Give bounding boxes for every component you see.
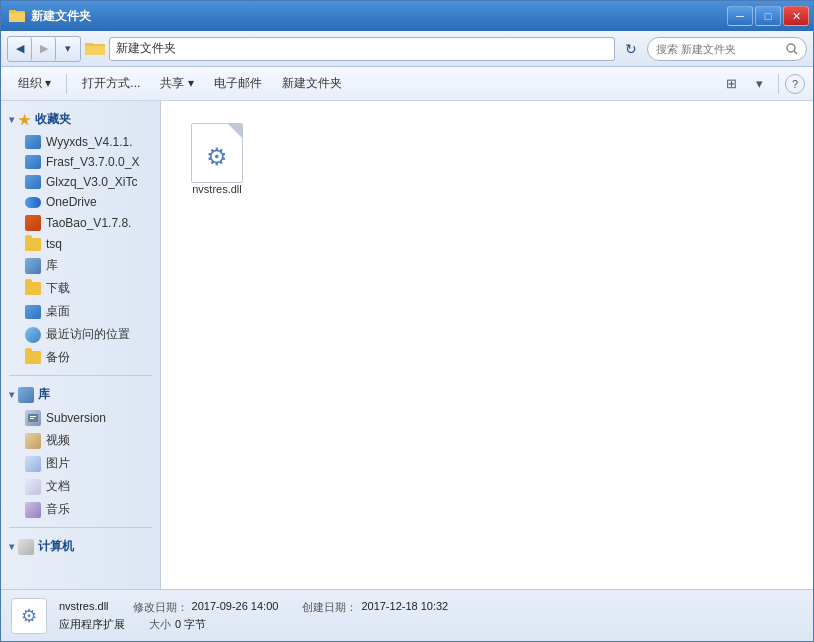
email-button[interactable]: 电子邮件	[205, 71, 271, 97]
folder-icon-backup	[25, 351, 41, 364]
sidebar-item-label: Subversion	[46, 411, 106, 425]
status-modified: 修改日期： 2017-09-26 14:00	[133, 600, 279, 615]
new-folder-button[interactable]: 新建文件夹	[273, 71, 351, 97]
sidebar-item-doc[interactable]: 文档	[1, 475, 160, 498]
status-bar: ⚙ nvstres.dll 修改日期： 2017-09-26 14:00 创建日…	[1, 589, 813, 641]
sidebar-item-download[interactable]: 下载	[1, 277, 160, 300]
nav-buttons: ◀ ▶ ▾	[7, 36, 81, 62]
view-icons-button[interactable]: ⊞	[718, 71, 744, 97]
open-button[interactable]: 打开方式...	[73, 71, 149, 97]
sidebar-item-wyy[interactable]: Wyyxds_V4.1.1.	[1, 132, 160, 152]
toolbar-separator-2	[778, 74, 779, 94]
bookmarks-icon-1	[25, 135, 41, 149]
maximize-button[interactable]: □	[755, 6, 781, 26]
status-modified-value: 2017-09-26 14:00	[192, 600, 279, 615]
library-icon	[18, 387, 34, 403]
address-path[interactable]: 新建文件夹	[109, 37, 615, 61]
sidebar-item-video[interactable]: 视频	[1, 429, 160, 452]
status-created: 创建日期： 2017-12-18 10:32	[302, 600, 448, 615]
svg-rect-10	[30, 418, 34, 419]
music-icon	[25, 502, 41, 518]
sidebar-item-image[interactable]: 图片	[1, 452, 160, 475]
toolbar-separator-1	[66, 74, 67, 94]
library-header[interactable]: ▾ 库	[1, 382, 160, 407]
organize-button[interactable]: 组织 ▾	[9, 71, 60, 97]
folder-icon-download	[25, 282, 41, 295]
video-icon	[25, 433, 41, 449]
sidebar-item-music[interactable]: 音乐	[1, 498, 160, 521]
sidebar-item-recent[interactable]: 最近访问的位置	[1, 323, 160, 346]
forward-button[interactable]: ▶	[32, 37, 56, 61]
sidebar-divider-1	[9, 375, 152, 376]
computer-label: 计算机	[38, 538, 74, 555]
sidebar-item-label: 桌面	[46, 303, 70, 320]
file-item-nvstres[interactable]: ⚙ nvstres.dll	[177, 117, 257, 201]
share-button[interactable]: 共享 ▾	[151, 71, 202, 97]
sidebar-item-desktop[interactable]: 桌面	[1, 300, 160, 323]
close-button[interactable]: ✕	[783, 6, 809, 26]
status-filename: nvstres.dll	[59, 600, 109, 615]
minimize-button[interactable]: ─	[727, 6, 753, 26]
favorites-header[interactable]: ▾ ★ 收藏夹	[1, 107, 160, 132]
svg-point-6	[787, 44, 795, 52]
status-gear-icon: ⚙	[21, 605, 37, 627]
library-label: 库	[38, 386, 50, 403]
sidebar-item-label: TaoBao_V1.7.8.	[46, 216, 131, 230]
folder-address-icon	[85, 41, 105, 57]
sidebar-item-label: 最近访问的位置	[46, 326, 130, 343]
computer-arrow-icon: ▾	[9, 541, 14, 552]
bookmarks-icon-3	[25, 175, 41, 189]
window-title: 新建文件夹	[31, 8, 91, 25]
computer-header[interactable]: ▾ 计算机	[1, 534, 160, 559]
sidebar-item-subversion[interactable]: Subversion	[1, 407, 160, 429]
dll-file-icon: ⚙	[191, 123, 243, 183]
sidebar-item-label: tsq	[46, 237, 62, 251]
search-input[interactable]	[656, 43, 782, 55]
back-button[interactable]: ◀	[8, 37, 32, 61]
desktop-icon	[25, 305, 41, 319]
view-dropdown-button[interactable]: ▾	[746, 71, 772, 97]
svg-rect-5	[85, 46, 105, 55]
sidebar-item-onedrive[interactable]: OneDrive	[1, 192, 160, 212]
sidebar-item-backup[interactable]: 备份	[1, 346, 160, 369]
bookmarks-icon-2	[25, 155, 41, 169]
sidebar-item-label: Glxzq_V3.0_XiTc	[46, 175, 137, 189]
file-name-label: nvstres.dll	[192, 183, 242, 195]
svg-rect-9	[30, 416, 36, 417]
status-created-value: 2017-12-18 10:32	[361, 600, 448, 615]
computer-icon	[18, 539, 34, 555]
dropdown-button[interactable]: ▾	[56, 37, 80, 61]
main-content: ▾ ★ 收藏夹 Wyyxds_V4.1.1. Frasf_V3.7.0.0_X …	[1, 101, 813, 589]
sidebar-item-ku[interactable]: 库	[1, 254, 160, 277]
status-filename-value: nvstres.dll	[59, 600, 109, 615]
status-size-label: 大小	[149, 617, 171, 632]
library-arrow-icon: ▾	[9, 389, 14, 400]
title-bar-left: 新建文件夹	[9, 8, 91, 25]
favorites-star-icon: ★	[18, 112, 31, 128]
sidebar-item-label: 库	[46, 257, 58, 274]
status-size-value: 0 字节	[175, 617, 206, 632]
sidebar-item-frasf[interactable]: Frasf_V3.7.0.0_X	[1, 152, 160, 172]
help-button[interactable]: ?	[785, 74, 805, 94]
sidebar-item-label: 文档	[46, 478, 70, 495]
svg-rect-4	[85, 43, 93, 46]
sidebar-item-label: OneDrive	[46, 195, 97, 209]
refresh-button[interactable]: ↻	[619, 37, 643, 61]
favorites-arrow-icon: ▾	[9, 114, 14, 125]
title-bar: 新建文件夹 ─ □ ✕	[1, 1, 813, 31]
sidebar-item-label: Frasf_V3.7.0.0_X	[46, 155, 139, 169]
sidebar-item-taobao[interactable]: TaoBao_V1.7.8.	[1, 212, 160, 234]
taobao-icon	[25, 215, 41, 231]
sidebar-item-label: Wyyxds_V4.1.1.	[46, 135, 133, 149]
image-icon	[25, 456, 41, 472]
sidebar-item-label: 音乐	[46, 501, 70, 518]
search-box[interactable]	[647, 37, 807, 61]
sidebar-item-tsq[interactable]: tsq	[1, 234, 160, 254]
file-area[interactable]: ⚙ nvstres.dll	[161, 101, 813, 589]
sidebar-item-glxzq[interactable]: Glxzq_V3.0_XiTc	[1, 172, 160, 192]
doc-icon	[25, 479, 41, 495]
folder-title-icon	[9, 8, 25, 24]
gear-icon: ⚙	[206, 143, 228, 171]
sidebar: ▾ ★ 收藏夹 Wyyxds_V4.1.1. Frasf_V3.7.0.0_X …	[1, 101, 161, 589]
svg-line-7	[794, 51, 797, 54]
